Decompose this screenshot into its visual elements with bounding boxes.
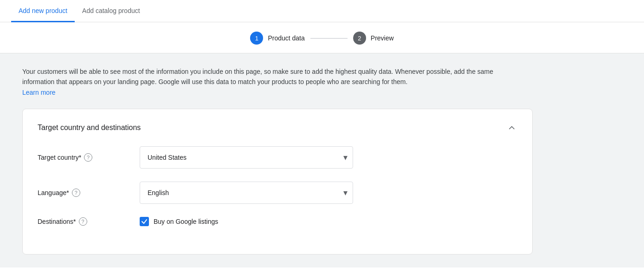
target-country-row: Target country* ? United States ▾ <box>38 146 517 169</box>
target-country-label-group: Target country* ? <box>38 153 140 162</box>
card-header: Target country and destinations <box>38 122 517 133</box>
destinations-label-group: Destinations* ? <box>38 217 140 226</box>
language-select[interactable]: English <box>140 182 353 204</box>
target-country-select[interactable]: United States <box>140 146 353 169</box>
target-country-card: Target country and destinations Target c… <box>22 109 533 254</box>
language-row: Language* ? English ▾ <box>38 182 517 204</box>
stepper-container: 1 Product data 2 Preview <box>0 22 644 53</box>
language-label: Language* <box>38 189 69 196</box>
collapse-button[interactable] <box>506 122 517 133</box>
step-2-label: Preview <box>371 34 394 42</box>
target-country-label: Target country* <box>38 154 81 161</box>
language-control: English ▾ <box>140 182 353 204</box>
step-2: 2 Preview <box>353 32 394 45</box>
stepper: 1 Product data 2 Preview <box>250 32 393 45</box>
destinations-help-icon[interactable]: ? <box>79 217 87 226</box>
destinations-row: Destinations* ? Buy on Google listings <box>38 217 517 226</box>
tab-add-catalog-product[interactable]: Add catalog product <box>75 0 148 22</box>
learn-more-link[interactable]: Learn more <box>22 89 56 96</box>
target-country-select-wrapper: United States ▾ <box>140 146 353 169</box>
language-help-icon[interactable]: ? <box>72 189 80 197</box>
buy-on-google-checkbox[interactable] <box>140 217 149 226</box>
target-country-control: United States ▾ <box>140 146 353 169</box>
language-label-group: Language* ? <box>38 189 140 197</box>
buy-on-google-checkbox-row: Buy on Google listings <box>140 217 353 226</box>
language-select-wrapper: English ▾ <box>140 182 353 204</box>
step-2-circle: 2 <box>353 32 366 45</box>
target-country-help-icon[interactable]: ? <box>84 153 92 162</box>
step-1-circle: 1 <box>250 32 263 45</box>
info-description: Your customers will be able to see most … <box>22 66 514 98</box>
destinations-label: Destinations* <box>38 218 76 225</box>
destinations-control: Buy on Google listings <box>140 217 353 226</box>
tab-add-new-product[interactable]: Add new product <box>11 0 75 22</box>
step-1-label: Product data <box>268 34 304 42</box>
main-content: Your customers will be able to see most … <box>0 53 644 267</box>
tabs-bar: Add new product Add catalog product <box>0 0 644 22</box>
step-connector <box>310 38 348 39</box>
step-1: 1 Product data <box>250 32 304 45</box>
buy-on-google-label: Buy on Google listings <box>154 218 218 225</box>
card-title: Target country and destinations <box>38 124 141 132</box>
